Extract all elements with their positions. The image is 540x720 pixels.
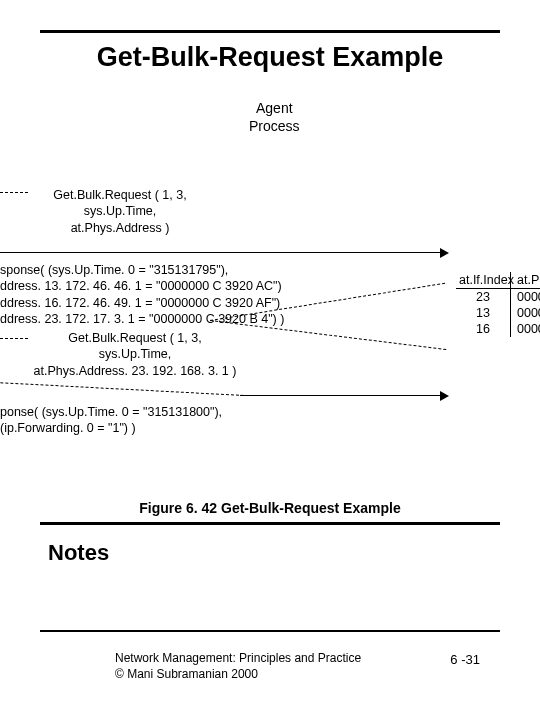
td-ifindex: 13 [456,305,511,321]
resp1-l2: ddress. 13. 172. 46. 46. 1 = "0000000 C … [0,278,284,294]
footer-text: Network Management: Principles and Pract… [115,650,361,682]
td-phys: 0000000 [511,321,540,337]
td-ifindex: 23 [456,289,511,305]
agent-line1: Agent [249,100,300,118]
td-ifindex: 16 [456,321,511,337]
td-phys: 0000000 [511,289,540,305]
req2-l2: sys.Up.Time, [30,346,240,362]
req2-l3: at.Phys.Address. 23. 192. 168. 3. 1 ) [30,363,240,379]
resp1-l3: ddress. 16. 172. 46. 49. 1 = "0000000 C … [0,295,284,311]
figure-caption: Figure 6. 42 Get-Bulk-Request Example [0,500,540,516]
req1-l1: Get.Bulk.Request ( 1, 3, [30,187,210,203]
divider-mid [40,522,500,525]
divider-bottom [40,630,500,632]
notes-heading: Notes [48,540,109,566]
page-title: Get-Bulk-Request Example [0,42,540,73]
req1-l2: sys.Up.Time, [30,203,210,219]
dash-connector-req2 [0,382,244,396]
table-row: 23 0000000 [456,289,540,305]
footer-l2: © Mani Subramanian 2000 [115,666,361,682]
arrow-1-head [440,248,449,258]
table-header: at.If.Index at.Phys [456,272,540,289]
agent-process-label: Agent Process [249,100,300,135]
arrow-1-line [0,252,445,253]
th-phys: at.Phys [511,272,540,289]
arrow-2-line [240,395,445,396]
response-2: ponse( (sys.Up.Time. 0 = "315131800"), (… [0,404,222,437]
table-row: 13 0000000 [456,305,540,321]
req1-l3: at.Phys.Address ) [30,220,210,236]
agent-line2: Process [249,118,300,136]
resp2-l2: (ip.Forwarding. 0 = "1") ) [0,420,222,436]
req2-l1: Get.Bulk.Request ( 1, 3, [30,330,240,346]
th-ifindex: at.If.Index [456,272,511,289]
divider-top [40,30,500,33]
arrow-2-head [440,391,449,401]
dash-connector-2 [0,338,28,339]
at-table: at.If.Index at.Phys 23 0000000 13 000000… [456,272,540,337]
table-row: 16 0000000 [456,321,540,337]
footer-l1: Network Management: Principles and Pract… [115,650,361,666]
resp1-l1: sponse( (sys.Up.Time. 0 = "315131795"), [0,262,284,278]
dash-connector-1 [0,192,28,193]
td-phys: 0000000 [511,305,540,321]
request-1: Get.Bulk.Request ( 1, 3, sys.Up.Time, at… [30,187,210,236]
page-number: 6 -31 [450,652,480,667]
request-2: Get.Bulk.Request ( 1, 3, sys.Up.Time, at… [30,330,240,379]
resp2-l1: ponse( (sys.Up.Time. 0 = "315131800"), [0,404,222,420]
dash-connector-resp1b [210,320,446,350]
response-1: sponse( (sys.Up.Time. 0 = "315131795"), … [0,262,284,327]
